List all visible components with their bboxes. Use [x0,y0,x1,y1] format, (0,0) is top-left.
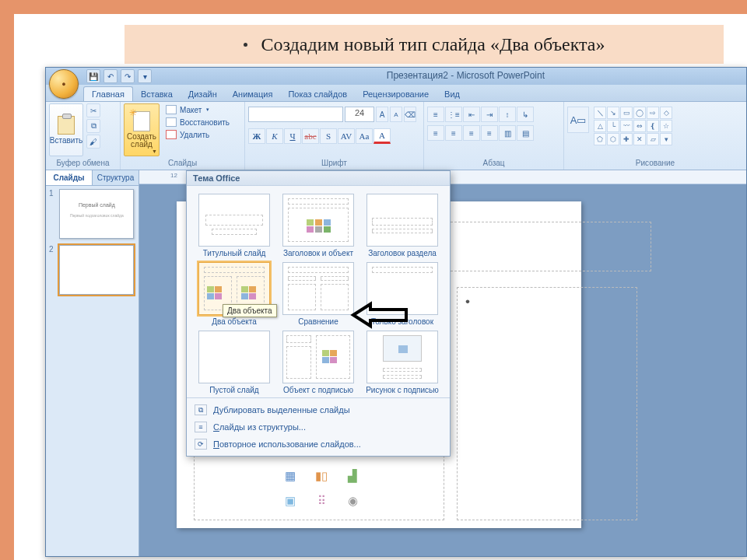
group-para-label: Абзац [424,159,563,170]
bullet-icon [244,43,247,47]
shape-pentagon-icon[interactable]: ⬠ [594,133,606,145]
side-tab-slides[interactable]: Слайды [46,170,93,185]
table-icon[interactable]: ▦ [279,467,302,485]
shape-arrowlr-icon[interactable]: ⇔ [633,120,646,132]
font-size-combo[interactable]: 24 [345,107,374,122]
align-left-button[interactable]: ≡ [427,125,444,141]
bold-button[interactable]: Ж [248,128,265,144]
shape-triangle-icon[interactable]: △ [594,120,606,132]
indent-inc-button[interactable]: ⇥ [481,107,498,122]
shrink-font-button[interactable]: A [390,107,402,122]
slide-thumb-2[interactable]: 2 [49,245,135,295]
shadow-button[interactable]: S [320,128,337,144]
clipboard-icon [58,116,75,135]
case-button[interactable]: Aa [356,128,373,144]
shape-plus-icon[interactable]: ✚ [620,133,633,145]
shape-elbow-icon[interactable]: └ [607,120,619,132]
shape-cross-icon[interactable]: ✕ [633,133,646,145]
qat-more-button[interactable]: ▾ [138,69,152,83]
tab-home[interactable]: Главная [83,86,133,101]
underline-button[interactable]: Ч [284,128,301,144]
picture-icon[interactable]: ▣ [279,492,302,510]
align-justify-button[interactable]: ≡ [481,125,498,141]
duplicate-icon: ⧉ [195,404,207,415]
layout-comparison[interactable]: Сравнение [279,262,358,326]
text-direction-button[interactable]: ↳ [517,107,534,122]
shapes-gallery[interactable]: ＼ ↘ ▭ ◯ ⇨ ◇ △ └ 〰 ⇔ ❴ ☆ ⬠ ⬡ ✚ ✕ ▱ [594,107,672,145]
shape-hexagon-icon[interactable]: ⬡ [607,133,619,145]
columns-button[interactable]: ▥ [499,125,516,141]
duplicate-slides[interactable]: ⧉Дублировать выделенные слайды [187,401,450,418]
layout-button[interactable]: Макет▾ [163,103,233,116]
layout-content-caption[interactable]: Объект с подписью [279,331,358,394]
shape-brace-icon[interactable]: ❴ [647,120,659,132]
cut-button[interactable]: ✂ [86,103,100,117]
shape-diamond-icon[interactable]: ◇ [660,107,672,119]
tab-review[interactable]: Рецензирование [355,87,437,101]
italic-button[interactable]: К [266,128,283,144]
tab-animation[interactable]: Анимация [225,87,281,101]
slide-thumb-1[interactable]: 1 Первый слайд Первый подзаголовок слайд… [49,189,135,239]
delete-icon [166,130,177,139]
clear-format-button[interactable]: ⌫ [404,107,416,122]
shape-line-icon[interactable]: ＼ [594,107,606,119]
delete-button[interactable]: Удалить [163,128,233,141]
copy-button[interactable]: ⧉ [86,119,100,133]
tab-insert[interactable]: Вставка [133,87,181,101]
shape-arrowblock-icon[interactable]: ⇨ [647,107,659,119]
shape-arrow-icon[interactable]: ↘ [607,107,619,119]
indent-dec-button[interactable]: ⇤ [463,107,480,122]
shape-rect-icon[interactable]: ▭ [620,107,633,119]
media-icon[interactable]: ◉ [341,492,364,510]
layout-two-content[interactable]: Два объекта Два объекта [195,262,274,326]
numbering-button[interactable]: ⋮≡ [445,107,462,122]
tab-design[interactable]: Дизайн [181,87,225,101]
slides-from-outline[interactable]: ≡Слайды из структуры... [187,418,450,436]
reset-button[interactable]: Восстановить [163,116,233,128]
group-slides: Создать слайд ▼ Макет▾ Восстановить Удал… [121,102,245,170]
align-center-button[interactable]: ≡ [445,125,462,141]
layout-blank[interactable]: Пустой слайд [195,331,274,394]
content-right-placeholder[interactable]: • [457,287,637,520]
textbox-button[interactable]: A▭ [567,107,589,133]
layout-icon [166,105,177,114]
bullets-button[interactable]: ≡ [427,107,444,122]
convert-smartart-button[interactable]: ▤ [517,125,534,141]
shape-ellipse-icon[interactable]: ◯ [633,107,646,119]
reuse-slides[interactable]: ⟳Повторное использование слайдов... [187,436,450,453]
layout-title-content[interactable]: Заголовок и объект [279,194,358,257]
shape-star-icon[interactable]: ☆ [660,120,672,132]
paste-button[interactable]: Вставить [49,103,83,156]
layout-title-slide[interactable]: Титульный слайд [195,194,274,257]
shape-more-icon[interactable]: ▾ [660,133,672,145]
chart-icon[interactable]: ▮▯ [310,467,333,485]
slides-panel: Слайды Структура 1 Первый слайд Первый п… [46,170,139,556]
group-slides-label: Слайды [121,159,244,170]
clipart-icon[interactable]: ⠿ [310,492,333,510]
grow-font-button[interactable]: A [376,107,388,122]
strike-button[interactable]: abc [302,128,319,144]
qat-redo-button[interactable]: ↷ [121,69,135,83]
shape-callout-icon[interactable]: ▱ [647,133,659,145]
new-slide-label: Создать слайд [124,133,159,149]
layout-picture-caption[interactable]: Рисунок с подписью [363,331,442,394]
shape-curve-icon[interactable]: 〰 [620,120,633,132]
paste-label: Вставить [50,136,82,145]
tab-slideshow[interactable]: Показ слайдов [280,87,355,101]
font-name-combo[interactable] [248,107,343,122]
qat-undo-button[interactable]: ↶ [103,69,117,83]
qat-save-button[interactable]: 💾 [86,69,100,83]
new-slide-button[interactable]: Создать слайд ▼ [124,103,160,156]
office-button[interactable]: ● [49,69,79,99]
line-spacing-button[interactable]: ↕ [499,107,516,122]
tab-view[interactable]: Вид [437,87,468,101]
smartart-icon[interactable]: ▟ [341,467,364,485]
font-color-button[interactable]: A [374,128,391,144]
layout-section-header[interactable]: Заголовок раздела [363,194,442,257]
gallery-header: Тема Office [187,171,450,186]
svg-marker-0 [353,304,406,326]
align-right-button[interactable]: ≡ [463,125,480,141]
format-painter-button[interactable]: 🖌 [86,135,100,149]
spacing-button[interactable]: AV [338,128,355,144]
side-tab-outline[interactable]: Структура [93,170,139,185]
